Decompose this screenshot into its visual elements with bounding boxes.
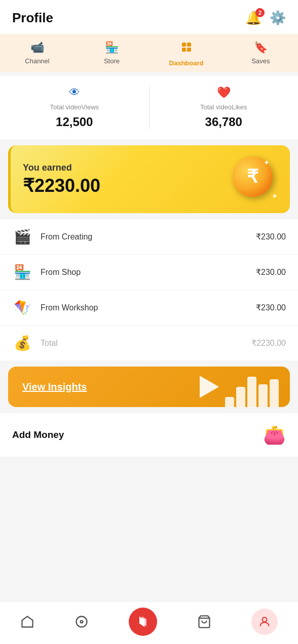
view-insights-button[interactable]: View Insights bbox=[8, 367, 290, 407]
workshop-icon: 🪁 bbox=[12, 299, 32, 316]
likes-label: Total videoLikes bbox=[200, 103, 247, 111]
breakdown-creating: 🎬 From Creating ₹230.00 bbox=[0, 219, 298, 255]
insights-label: View Insights bbox=[22, 381, 87, 393]
bottom-nav-explore[interactable] bbox=[74, 615, 89, 629]
saves-icon: 🔖 bbox=[254, 41, 268, 54]
total-icon: 💰 bbox=[12, 335, 32, 351]
bar-5 bbox=[270, 379, 279, 407]
tab-store[interactable]: 🏪 Store bbox=[94, 41, 130, 67]
bar-4 bbox=[258, 384, 268, 407]
notification-badge: 2 bbox=[255, 8, 265, 17]
header: Profile 🔔 2 ⚙️ bbox=[0, 0, 298, 34]
tab-dashboard[interactable]: Dashboard bbox=[169, 41, 204, 67]
earnings-label: You earned bbox=[23, 163, 100, 173]
play-icon bbox=[200, 376, 219, 398]
notification-bell[interactable]: 🔔 2 bbox=[245, 10, 262, 26]
stat-views: 👁 Total videoViews 12,500 bbox=[0, 86, 150, 129]
page-title: Profile bbox=[12, 10, 53, 26]
creating-label: From Creating bbox=[41, 232, 256, 242]
creating-amount: ₹230.00 bbox=[256, 232, 286, 242]
insights-chart-decoration bbox=[224, 377, 280, 407]
saves-label: Saves bbox=[251, 57, 270, 65]
workshop-amount: ₹230.00 bbox=[256, 303, 286, 312]
shop-icon: 🏪 bbox=[12, 264, 32, 280]
nav-tabs: 📹 Channel 🏪 Store Dashboard 🔖 Saves bbox=[0, 34, 298, 72]
views-icon: 👁 bbox=[69, 86, 80, 99]
dashboard-icon bbox=[180, 41, 193, 56]
views-label: Total videoViews bbox=[50, 103, 99, 111]
earnings-text: You earned ₹2230.00 bbox=[23, 163, 100, 196]
bar-3 bbox=[247, 377, 256, 407]
bar-1 bbox=[225, 397, 234, 407]
svg-point-9 bbox=[263, 617, 267, 622]
shop-amount: ₹230.00 bbox=[256, 267, 286, 277]
svg-rect-1 bbox=[187, 43, 191, 47]
breakdown-list: 🎬 From Creating ₹230.00 🏪 From Shop ₹230… bbox=[0, 219, 298, 360]
bottom-nav-shop[interactable] bbox=[197, 615, 211, 629]
svg-rect-0 bbox=[182, 43, 186, 47]
bottom-nav-profile[interactable] bbox=[251, 609, 278, 635]
shop-label: From Shop bbox=[41, 268, 256, 277]
header-icons: 🔔 2 ⚙️ bbox=[245, 10, 286, 26]
coin-icon: ✦ ₹ ✦ bbox=[232, 156, 278, 202]
svg-rect-2 bbox=[182, 48, 186, 52]
earnings-banner: You earned ₹2230.00 ✦ ₹ ✦ bbox=[8, 145, 290, 213]
breakdown-shop: 🏪 From Shop ₹230.00 bbox=[0, 255, 298, 290]
creating-icon: 🎬 bbox=[12, 228, 32, 245]
add-money-section[interactable]: Add Money 👛 bbox=[0, 413, 298, 457]
bar-2 bbox=[236, 387, 245, 407]
workshop-label: From Workshop bbox=[41, 303, 256, 312]
store-icon: 🏪 bbox=[105, 41, 119, 54]
bottom-nav-brand[interactable] bbox=[129, 608, 157, 636]
channel-icon: 📹 bbox=[30, 41, 44, 54]
stats-row: 👁 Total videoViews 12,500 ❤️ Total video… bbox=[0, 76, 298, 139]
breakdown-workshop: 🪁 From Workshop ₹230.00 bbox=[0, 290, 298, 326]
bottom-nav-home[interactable] bbox=[20, 615, 34, 629]
views-value: 12,500 bbox=[56, 115, 93, 129]
sparkle-icon-2: ✦ bbox=[272, 192, 278, 200]
wallet-icon: 👛 bbox=[263, 424, 286, 446]
total-amount: ₹2230.00 bbox=[251, 338, 286, 348]
bottom-nav bbox=[0, 601, 298, 644]
store-label: Store bbox=[104, 57, 120, 65]
likes-icon: ❤️ bbox=[217, 86, 231, 99]
sparkle-icon: ✦ bbox=[264, 158, 270, 167]
earnings-amount: ₹2230.00 bbox=[23, 175, 100, 196]
stat-likes: ❤️ Total videoLikes 36,780 bbox=[150, 86, 299, 129]
breakdown-total: 💰 Total ₹2230.00 bbox=[0, 326, 298, 360]
add-money-label: Add Money bbox=[12, 429, 64, 440]
total-label: Total bbox=[41, 339, 251, 348]
tab-channel[interactable]: 📹 Channel bbox=[20, 41, 55, 67]
dashboard-label: Dashboard bbox=[169, 59, 204, 67]
svg-point-5 bbox=[80, 621, 83, 623]
tab-saves[interactable]: 🔖 Saves bbox=[243, 41, 279, 67]
likes-value: 36,780 bbox=[205, 115, 242, 129]
settings-icon[interactable]: ⚙️ bbox=[270, 10, 286, 26]
svg-point-4 bbox=[76, 617, 87, 627]
svg-rect-3 bbox=[187, 48, 191, 52]
channel-label: Channel bbox=[25, 57, 49, 65]
